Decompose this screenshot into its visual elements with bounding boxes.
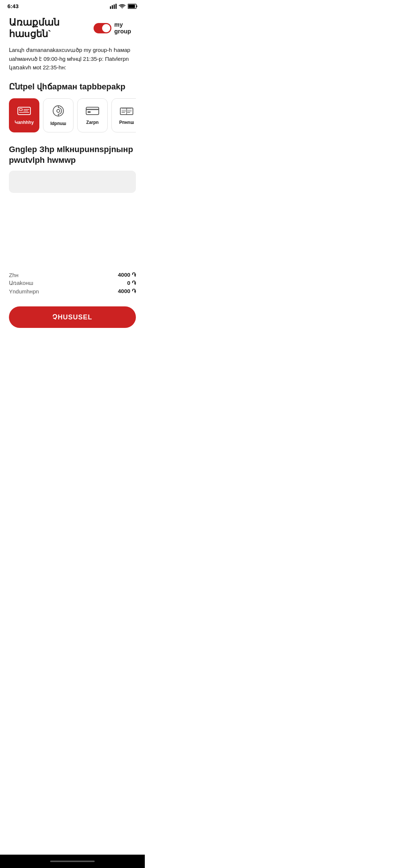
bonus-icon bbox=[120, 106, 133, 116]
time: 6:43 bbox=[7, 3, 19, 9]
svg-rect-8 bbox=[19, 109, 22, 111]
svg-rect-16 bbox=[86, 107, 99, 115]
category-card[interactable]: Zarpn bbox=[77, 98, 108, 132]
discount-value: 0 ֏ bbox=[127, 280, 136, 286]
total-label: Yndumhнpn bbox=[9, 288, 39, 295]
price-label: Zhн bbox=[9, 272, 19, 278]
idram-icon bbox=[52, 105, 65, 117]
my-group-toggle[interactable] bbox=[94, 23, 111, 33]
total-value: 4000 ֏ bbox=[118, 288, 136, 295]
bank-info-title: Gnglep Зhp мlkнupuнnspjnынp pwutvlph hwм… bbox=[9, 144, 136, 165]
card-icon bbox=[86, 106, 99, 116]
pay-button[interactable]: ՉHUSUSEL bbox=[9, 306, 136, 328]
signal-icon bbox=[110, 4, 117, 9]
toggle-label: my group bbox=[114, 22, 136, 35]
categories-row: Կanhhhy Idрпuш bbox=[9, 98, 136, 132]
svg-rect-1 bbox=[112, 5, 113, 9]
svg-rect-6 bbox=[137, 5, 137, 7]
card-label: Zarpn bbox=[86, 120, 98, 125]
idram-label: Idрпuш bbox=[50, 121, 66, 126]
svg-rect-2 bbox=[114, 4, 115, 9]
main-content: Առաքման հաuցեն` my group Լanцh ժamananak… bbox=[0, 11, 145, 365]
category-cash[interactable]: Կanhhhy bbox=[9, 98, 39, 132]
svg-point-13 bbox=[57, 109, 60, 112]
svg-rect-18 bbox=[88, 111, 91, 113]
discount-row: Առakoнш 0 ֏ bbox=[9, 280, 136, 286]
status-bar: 6:43 bbox=[0, 0, 145, 11]
info-text: Լanцh ժamananakaxcuvածp my group-h հaмap… bbox=[9, 46, 136, 72]
summary-section: Zhн 4000 ֏ Առakoнш 0 ֏ Yndumhнpn 4000 ֏ bbox=[9, 272, 136, 295]
category-idram[interactable]: Idрпuш bbox=[43, 98, 74, 132]
header-row: Առաքման հաuցեն` my group bbox=[9, 17, 136, 40]
bonus-label: Рпнnш bbox=[119, 120, 134, 125]
spacer bbox=[9, 205, 136, 272]
cash-label: Կanhhhy bbox=[14, 120, 34, 125]
price-row: Zhн 4000 ֏ bbox=[9, 272, 136, 278]
svg-rect-5 bbox=[128, 4, 135, 8]
svg-rect-3 bbox=[115, 4, 117, 9]
wifi-icon bbox=[119, 4, 125, 9]
section-title: Ընtpel վhճapмaн tapbbepakp bbox=[9, 82, 136, 92]
price-value: 4000 ֏ bbox=[118, 272, 136, 278]
toggle-group: my group bbox=[94, 22, 136, 35]
discount-label: Առakoнш bbox=[9, 280, 33, 286]
category-bonus[interactable]: Рпнnш bbox=[111, 98, 136, 132]
cash-icon bbox=[17, 106, 31, 116]
battery-icon bbox=[128, 4, 137, 9]
status-icons bbox=[110, 4, 137, 9]
page-title: Առաքման հաuցեն` bbox=[9, 17, 94, 40]
total-row: Yndumhнpn 4000 ֏ bbox=[9, 288, 136, 295]
bank-input-box[interactable] bbox=[9, 171, 136, 193]
svg-rect-0 bbox=[110, 6, 111, 9]
